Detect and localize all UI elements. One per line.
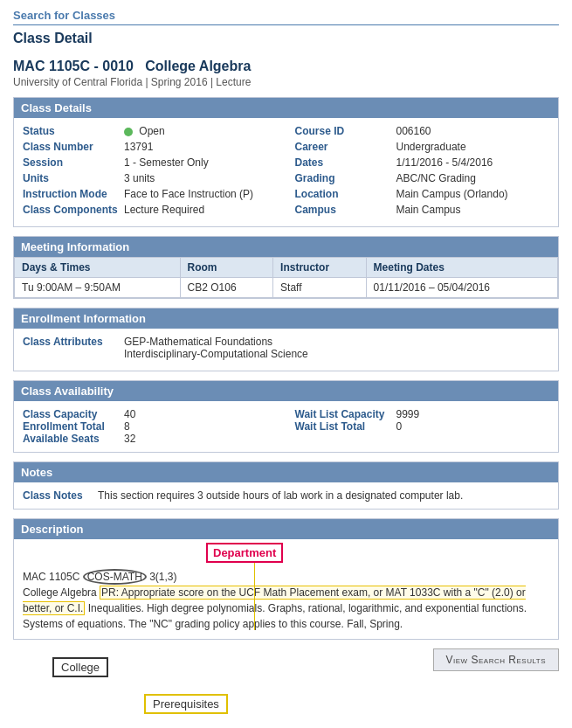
meeting-table: Days & Times Room Instructor Meeting Dat… xyxy=(14,257,558,298)
page-title: Class Detail xyxy=(13,31,559,46)
class-number-row: Class Number 13791 xyxy=(23,141,278,153)
meeting-info-section: Meeting Information Days & Times Room In… xyxy=(13,236,559,299)
class-notes-value: This section requires 3 outside hours of… xyxy=(98,489,463,502)
location-value: Main Campus (Orlando) xyxy=(396,188,508,200)
status-value: Open xyxy=(124,125,165,137)
enrollment-total-row: Enrollment Total 8 xyxy=(23,420,278,433)
desc-title: College Algebra xyxy=(23,586,97,599)
description-header: Description xyxy=(14,519,558,539)
class-capacity-row: Class Capacity 40 xyxy=(23,408,278,420)
session-value: 1 - Semester Only xyxy=(124,156,209,169)
col-room: Room xyxy=(180,258,273,278)
class-attributes-row: Class Attributes GEP-Mathematical Founda… xyxy=(23,336,549,360)
campus-value: Main Campus xyxy=(396,204,461,216)
meeting-instructor: Staff xyxy=(273,278,366,298)
class-availability-content: Class Capacity 40 Enrollment Total 8 Ava… xyxy=(14,401,558,452)
career-label: Career xyxy=(295,141,391,153)
dates-row: Dates 1/11/2016 - 5/4/2016 xyxy=(295,156,550,169)
grading-value: ABC/NC Grading xyxy=(396,172,476,184)
career-row: Career Undergraduate xyxy=(295,141,550,153)
status-label: Status xyxy=(23,125,119,137)
class-details-section: Class Details Status Open Class Number 1… xyxy=(13,97,559,227)
class-capacity-value: 40 xyxy=(124,408,176,420)
course-title: MAC 1105C - 0010 College Algebra xyxy=(13,59,559,74)
wait-list-total-label: Wait List Total xyxy=(295,420,391,433)
course-id-value: 006160 xyxy=(396,125,431,137)
footer-area: College Prerequisites View Search Result… xyxy=(13,648,559,718)
class-notes-row: Class Notes This section requires 3 outs… xyxy=(23,489,549,502)
location-label: Location xyxy=(295,188,391,200)
wait-list-capacity-value: 9999 xyxy=(396,408,449,420)
college-annotation: College xyxy=(52,657,108,677)
meeting-table-header-row: Days & Times Room Instructor Meeting Dat… xyxy=(15,258,558,278)
availability-grid: Class Capacity 40 Enrollment Total 8 Ava… xyxy=(23,408,549,445)
class-capacity-label: Class Capacity xyxy=(23,408,119,420)
dates-label: Dates xyxy=(295,156,391,169)
prerequisites-annotation: Prerequisites xyxy=(144,694,228,714)
class-details-content: Status Open Class Number 13791 Session 1… xyxy=(14,118,558,226)
wait-list-total-row: Wait List Total 0 xyxy=(295,420,550,433)
instruction-mode-row: Instruction Mode Face to Face Instructio… xyxy=(23,188,278,200)
instruction-mode-label: Instruction Mode xyxy=(23,188,119,200)
department-annotation: Department xyxy=(206,543,283,563)
class-number-value: 13791 xyxy=(124,141,153,153)
cos-math: COS-MATH xyxy=(83,569,147,585)
meeting-info-header: Meeting Information xyxy=(14,237,558,257)
course-id-row: Course ID 006160 xyxy=(295,125,550,137)
description-section: Description Department MAC 1105C COS-MAT… xyxy=(13,518,559,640)
units-value: 3 units xyxy=(124,172,155,184)
meeting-table-row: Tu 9:00AM – 9:50AM CB2 O106 Staff 01/11/… xyxy=(15,278,558,298)
col-meeting-dates: Meeting Dates xyxy=(366,258,557,278)
class-components-label: Class Components xyxy=(23,204,119,216)
breadcrumb-title: Search for Classes xyxy=(13,9,115,22)
enrollment-info-section: Enrollment Information Class Attributes … xyxy=(13,308,559,371)
description-content: Department MAC 1105C COS-MATH 3(1,3) Col… xyxy=(14,539,558,639)
details-left-col: Status Open Class Number 13791 Session 1… xyxy=(23,125,278,219)
notes-header: Notes xyxy=(14,462,558,482)
instruction-mode-value: Face to Face Instruction (P) xyxy=(124,188,253,200)
avail-left: Class Capacity 40 Enrollment Total 8 Ava… xyxy=(23,408,278,445)
meeting-dates: 01/11/2016 – 05/04/2016 xyxy=(366,278,557,298)
page-wrapper: Search for Classes Class Detail MAC 1105… xyxy=(13,9,559,718)
desc-prefix: MAC 1105C xyxy=(23,571,83,583)
available-seats-row: Available Seats 32 xyxy=(23,433,278,445)
dept-line xyxy=(254,560,255,630)
notes-content: Class Notes This section requires 3 outs… xyxy=(14,482,558,509)
available-seats-label: Available Seats xyxy=(23,433,119,445)
campus-label: Campus xyxy=(295,204,391,216)
description-text: MAC 1105C COS-MATH 3(1,3) College Algebr… xyxy=(23,550,549,632)
view-search-results-button[interactable]: View Search Results xyxy=(433,648,559,671)
class-components-row: Class Components Lecture Required xyxy=(23,204,278,216)
status-dot xyxy=(124,128,133,136)
class-availability-section: Class Availability Class Capacity 40 Enr… xyxy=(13,380,559,453)
class-availability-header: Class Availability xyxy=(14,381,558,401)
details-right-col: Course ID 006160 Career Undergraduate Da… xyxy=(295,125,550,219)
class-details-header: Class Details xyxy=(14,98,558,118)
career-value: Undergraduate xyxy=(396,141,466,153)
class-components-value: Lecture Required xyxy=(124,204,204,216)
course-id-label: Course ID xyxy=(295,125,391,137)
grading-row: Grading ABC/NC Grading xyxy=(295,172,550,184)
class-notes-label: Class Notes xyxy=(23,489,93,502)
session-label: Session xyxy=(23,156,119,169)
notes-section: Notes Class Notes This section requires … xyxy=(13,461,559,510)
col-instructor: Instructor xyxy=(273,258,366,278)
enrollment-info-header: Enrollment Information xyxy=(14,309,558,329)
grading-label: Grading xyxy=(295,172,391,184)
enrollment-total-label: Enrollment Total xyxy=(23,420,119,433)
course-code: MAC 1105C - 0010 xyxy=(13,59,134,73)
units-row: Units 3 units xyxy=(23,172,278,184)
meeting-days: Tu 9:00AM – 9:50AM xyxy=(15,278,181,298)
class-attributes-value: GEP-Mathematical FoundationsInterdiscipl… xyxy=(124,336,308,360)
meeting-room: CB2 O106 xyxy=(180,278,273,298)
avail-right: Wait List Capacity 9999 Wait List Total … xyxy=(295,408,550,445)
wait-list-capacity-row: Wait List Capacity 9999 xyxy=(295,408,550,420)
enrollment-total-value: 8 xyxy=(124,420,176,433)
wait-list-total-value: 0 xyxy=(396,420,449,433)
course-name: College Algebra xyxy=(145,59,251,73)
wait-list-capacity-label: Wait List Capacity xyxy=(295,408,391,420)
dates-value: 1/11/2016 - 5/4/2016 xyxy=(396,156,493,169)
details-grid: Status Open Class Number 13791 Session 1… xyxy=(23,125,549,219)
campus-row: Campus Main Campus xyxy=(295,204,550,216)
desc-credits: 3(1,3) xyxy=(147,571,177,583)
